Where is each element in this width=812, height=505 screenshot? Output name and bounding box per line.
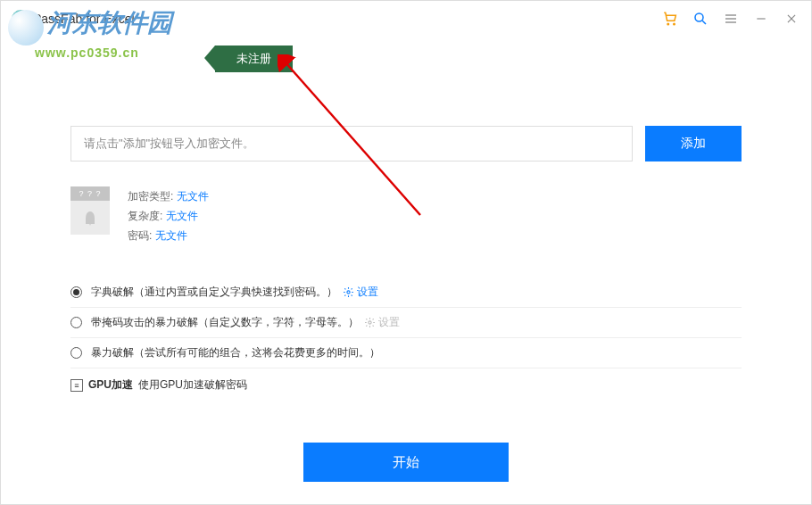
radio-brute[interactable]: [70, 347, 82, 359]
option-label: 暴力破解（尝试所有可能的组合，这将会花费更多的时间。）: [91, 345, 380, 360]
file-path-display[interactable]: 请点击"添加"按钮导入加密文件。: [70, 126, 633, 161]
meta-value-encryption: 无文件: [177, 190, 209, 203]
close-button[interactable]: [783, 10, 800, 28]
file-info-panel: ? ? ? 加密类型:无文件 复杂度:无文件 密码:无文件: [70, 186, 742, 245]
meta-label-password: 密码:: [128, 229, 152, 242]
unregistered-badge: 未注册: [215, 46, 293, 72]
meta-label-encryption: 加密类型:: [128, 190, 173, 203]
lock-icon: [86, 211, 95, 224]
option-brute[interactable]: 暴力破解（尝试所有可能的组合，这将会花费更多的时间。）: [70, 338, 742, 368]
settings-link-dict[interactable]: 设置: [343, 285, 378, 300]
cart-icon[interactable]: [661, 10, 679, 28]
file-thumbnail: ? ? ?: [70, 186, 110, 245]
radio-mask[interactable]: [70, 317, 82, 328]
gpu-label: GPU加速: [88, 377, 133, 393]
svg-point-1: [674, 23, 675, 25]
add-button[interactable]: 添加: [645, 126, 742, 161]
svg-point-0: [667, 23, 669, 25]
meta-value-complexity: 无文件: [166, 210, 198, 222]
search-icon[interactable]: [692, 10, 709, 28]
start-button[interactable]: 开始: [303, 443, 509, 482]
option-mask[interactable]: 带掩码攻击的暴力破解（自定义数字，字符，字母等。） 设置: [70, 308, 742, 338]
meta-label-complexity: 复杂度:: [128, 210, 162, 222]
option-label: 字典破解（通过内置或自定义字典快速找到密码。）: [91, 285, 337, 300]
watermark-text: 河东软件园: [47, 9, 172, 37]
menu-icon[interactable]: [722, 10, 740, 28]
watermark-overlay: 河东软件园 www.pc0359.cn: [8, 6, 172, 46]
svg-point-12: [369, 321, 371, 324]
svg-point-11: [347, 291, 350, 294]
minimize-button[interactable]: [752, 10, 770, 28]
gpu-option[interactable]: ≡ GPU加速 使用GPU加速破解密码: [70, 368, 742, 393]
gpu-icon: ≡: [70, 379, 83, 392]
watermark-url: www.pc0359.cn: [35, 46, 139, 60]
meta-value-password: 无文件: [155, 229, 187, 242]
settings-link-mask: 设置: [364, 315, 400, 330]
svg-line-3: [702, 21, 706, 24]
option-dictionary[interactable]: 字典破解（通过内置或自定义字典快速找到密码。） 设置: [70, 277, 742, 308]
option-label: 带掩码攻击的暴力破解（自定义数字，字符，字母等。）: [91, 315, 359, 330]
radio-dictionary[interactable]: [70, 286, 82, 298]
gpu-desc: 使用GPU加速破解密码: [138, 377, 247, 393]
svg-point-2: [695, 13, 703, 21]
